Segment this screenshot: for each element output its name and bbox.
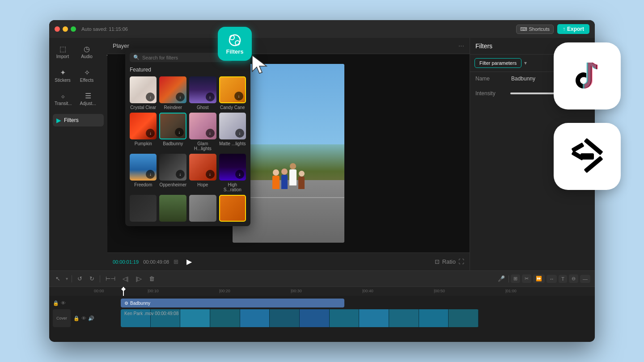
play-button[interactable]: ▶ <box>183 256 195 268</box>
export-button[interactable]: ↑ Export <box>557 24 589 34</box>
tab-transitions[interactable]: ⬦ Transit... <box>51 89 76 109</box>
trim-left-button[interactable]: ◁| <box>121 274 130 283</box>
filters-tab-active[interactable]: Filters <box>218 27 252 61</box>
undo-timeline-button[interactable]: ↺ <box>76 274 84 283</box>
video-track-bar[interactable]: Ken Park .mov 00:00:49:08 <box>121 309 479 327</box>
toolbar: ⬚ Import ◷ Audio T Text ✦ Sticke <box>49 38 107 270</box>
tab-audio[interactable]: ◷ Audio <box>75 42 98 62</box>
trim-right-button[interactable]: |▷ <box>134 274 143 283</box>
shortcuts-button[interactable]: ⌨ Shortcuts <box>516 25 554 34</box>
playhead <box>123 287 124 296</box>
video-lock-icon[interactable]: 🔒 <box>73 316 80 321</box>
zoom-out-button[interactable]: ⊖ <box>569 274 578 283</box>
dropdown-arrow[interactable]: ▾ <box>524 60 527 66</box>
filter-label: Pumpkin <box>135 141 152 146</box>
delete-button[interactable]: 🗑 <box>147 274 157 283</box>
cut-button[interactable]: ✂ <box>522 274 531 283</box>
timeline-ruler: 00:00 |00:10 |00:20 |00:30 |00:40 |00:50… <box>49 287 595 296</box>
close-button[interactable] <box>55 26 60 32</box>
maximize-button[interactable] <box>71 26 76 32</box>
filter-row4d[interactable] <box>219 195 246 222</box>
import-icon: ⬚ <box>59 45 66 53</box>
filter-pumpkin[interactable]: ↓ Pumpkin <box>130 113 157 151</box>
player-controls: 00:00:01:19 00:00:49:08 ⊞ ▶ ⊡ Ratio ⛶ <box>107 253 470 270</box>
eye-icon[interactable]: 👁 <box>61 300 66 306</box>
intensity-slider[interactable] <box>510 93 559 94</box>
timeline-tracks: 🔒 👁 ⚙ Badbunny Cover 🔒 <box>49 296 595 342</box>
ruler-mark-6: |01:00 <box>505 289 517 293</box>
filter-track-bar[interactable]: ⚙ Badbunny <box>121 299 344 307</box>
filter-oppenheimer[interactable]: ↓ Oppenheimer <box>159 154 186 192</box>
lock-icon[interactable]: 🔒 <box>53 300 59 306</box>
cover-label[interactable]: Cover <box>53 309 71 327</box>
filter-label: Hope <box>197 182 208 187</box>
time-current: 00:00:01:19 <box>113 259 139 265</box>
download-icon: ↓ <box>146 129 155 138</box>
tab-import[interactable]: ⬚ Import <box>51 42 74 62</box>
redo-timeline-button[interactable]: ↻ <box>88 274 96 283</box>
minimize-button[interactable] <box>63 26 68 32</box>
video-eye-icon[interactable]: 👁 <box>81 316 86 321</box>
player-menu-icon[interactable]: ··· <box>458 42 464 50</box>
speed-button[interactable]: ⏩ <box>533 274 545 283</box>
filter-crystal-clear[interactable]: ↓ Crystal Clear <box>130 76 157 110</box>
tab-adjustment[interactable]: ☰ Adjust... <box>76 89 100 109</box>
filter-track-content: ⚙ Badbunny <box>94 299 595 307</box>
playhead-diamond <box>121 287 126 291</box>
svg-point-0 <box>229 35 240 46</box>
filter-row4a[interactable] <box>130 195 157 222</box>
download-icon: ↓ <box>234 92 243 101</box>
filters-search-container: 🔍 <box>130 53 232 62</box>
add-clip-button[interactable]: ⊞ <box>511 274 520 283</box>
filter-glam[interactable]: ↓ Glam H...lights <box>189 113 216 151</box>
filter-row4b[interactable] <box>159 195 186 222</box>
capcut-logo <box>567 136 607 177</box>
time-total: 00:00:49:08 <box>143 259 169 265</box>
video-track-controls: Cover 🔒 👁 🔊 <box>49 309 94 327</box>
filter-parameters-button[interactable]: Filter parameters <box>475 58 521 68</box>
filter-badbunny[interactable]: ↓ Badbunny <box>159 113 186 151</box>
filter-high-saturation[interactable]: ↓ High S...ration <box>219 154 246 192</box>
filters-search-input[interactable] <box>142 55 229 60</box>
audio-icon: ◷ <box>84 45 90 53</box>
grid-view-icon[interactable]: ⊞ <box>174 258 178 265</box>
search-icon: 🔍 <box>133 55 140 60</box>
filter-reindeer[interactable]: ↓ Reindeer <box>159 76 186 110</box>
filter-matte[interactable]: ↓ Matte ...lights <box>219 113 246 151</box>
ruler-mark-0: 00:00 <box>94 289 104 293</box>
filter-candy-cane[interactable]: ↓ Candy Cane <box>219 76 246 110</box>
divider-3 <box>508 275 509 282</box>
tiktok-logo <box>569 58 605 94</box>
fullscreen-button[interactable]: ⛶ <box>458 258 464 265</box>
stickers-icon: ✦ <box>60 68 66 77</box>
sidebar-item-filters[interactable]: ▶ Filters <box>53 114 104 126</box>
select-dropdown-icon[interactable]: ▾ <box>66 276 68 281</box>
keyboard-icon: ⌨ <box>520 26 527 32</box>
ruler-mark-1: |00:10 <box>148 289 159 293</box>
filter-label: Reindeer <box>164 105 182 110</box>
svg-marker-3 <box>252 55 267 73</box>
filter-label: Oppenheimer <box>159 182 186 187</box>
transition-button[interactable]: ↔ <box>547 275 557 283</box>
filter-row4c[interactable] <box>189 195 216 222</box>
video-track-label: Ken Park .mov 00:00:49:08 <box>124 311 178 316</box>
filter-ghost[interactable]: ↓ Ghost <box>189 76 216 110</box>
filter-label: Matte ...lights <box>219 141 246 146</box>
download-icon: ↓ <box>206 129 215 138</box>
tab-stickers[interactable]: ✦ Stickers <box>51 66 74 85</box>
effects-icon: ✧ <box>84 68 90 77</box>
filter-hope[interactable]: ↓ Hope <box>189 154 216 192</box>
tab-effects[interactable]: ✧ Effects <box>75 66 98 85</box>
title-bar: Auto saved: 11:15:06 ⌨ Shortcuts ↑ Expor… <box>49 20 595 38</box>
name-label: Name <box>475 76 507 82</box>
mic-button[interactable]: 🎤 <box>496 274 507 283</box>
split-button[interactable]: ⊢⊣ <box>104 274 117 283</box>
screenshot-button[interactable]: ⊡ <box>435 258 440 265</box>
ratio-button[interactable]: Ratio <box>442 258 456 265</box>
zoom-in-button[interactable]: — <box>580 275 590 283</box>
select-tool-button[interactable]: ↖ <box>54 274 62 283</box>
video-audio-icon[interactable]: 🔊 <box>88 316 94 321</box>
text-overlay-button[interactable]: T <box>559 275 567 283</box>
ruler-mark-2: |00:20 <box>219 289 230 293</box>
filter-freedom[interactable]: ↓ Freedom <box>130 154 157 192</box>
